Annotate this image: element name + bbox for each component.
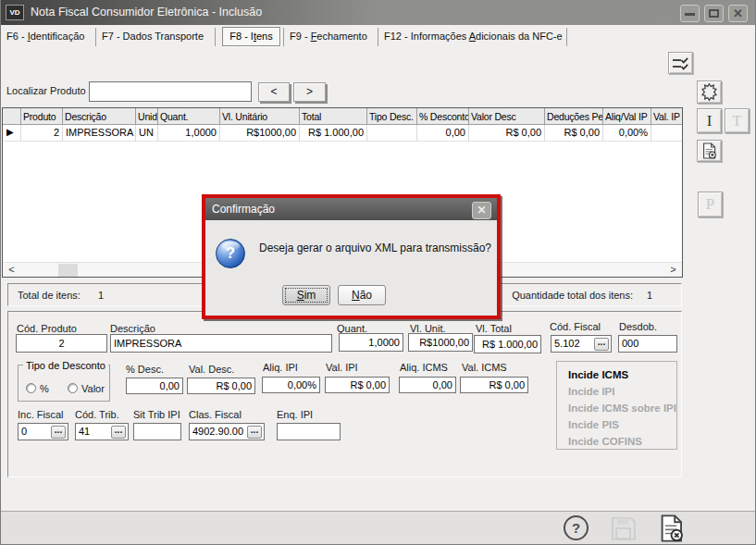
val-desc-label: Val. Desc. [189,364,234,375]
radio-percent-label: % [40,383,49,394]
grid-column-header: Unid [136,108,158,125]
grid-column-header: Descrição [63,108,136,125]
tab-separator [378,28,378,46]
prev-button[interactable]: < [258,82,290,102]
total-items-label: Total de itens: [18,290,81,301]
desdob-field[interactable]: 000 [618,335,677,353]
aliq-ipi-field[interactable]: 0,00% [262,377,320,393]
close-button[interactable]: ✕ [728,5,748,22]
inc-fiscal-value: 0 [21,426,27,437]
val-icms-field[interactable]: R$ 0,00 [460,377,528,393]
document-x-icon [702,142,717,159]
val-desc-field[interactable]: R$ 0,00 [187,378,255,394]
inc-fiscal-field[interactable]: 0 ... [18,423,68,440]
grid-cell[interactable]: UN [136,125,158,142]
scroll-left-icon[interactable]: < [4,263,19,277]
scroll-right-icon[interactable]: > [665,263,681,277]
no-button[interactable]: Não [338,285,386,305]
vl-total-field[interactable]: R$ 1.000,00 [474,335,541,353]
clas-fiscal-field[interactable]: 4902.90.00 ... [189,423,265,440]
cod-fiscal-lookup-button[interactable]: ... [594,338,609,351]
t-icon: T [732,112,741,130]
tab-identificacao[interactable]: F6 - Identificação [6,31,84,42]
tab-separator [566,28,567,46]
quant-field[interactable]: 1,0000 [339,333,403,352]
grid-column-header: Total [300,108,367,125]
checklist-button[interactable] [668,52,693,74]
tab-fechamento[interactable]: F9 - Fechamento [290,31,367,42]
cod-trib-lookup-button[interactable]: ... [111,426,126,439]
checklist-icon [672,56,689,70]
i-button[interactable]: I [697,108,722,133]
sit-trib-ipi-field[interactable] [133,423,181,440]
inc-fiscal-lookup-button[interactable]: ... [51,426,66,439]
help-button[interactable]: ? [564,515,589,540]
grid-cell[interactable]: R$ 1.000,00 [300,125,367,142]
burst-button[interactable] [697,81,722,104]
next-button[interactable]: > [293,82,326,102]
cancel-document-button[interactable] [659,514,686,545]
enq-ipi-label: Enq. IPI [277,409,313,420]
vl-unit-field[interactable]: R$1000,00 [408,333,473,352]
tab-informacoes-adicionais[interactable]: F12 - Informações Adicionais da NFC-e [384,31,563,42]
bottom-toolbar [0,511,756,545]
grid-cell[interactable]: 2 [21,125,63,142]
app-icon: VD [6,5,24,20]
val-ipi-field[interactable]: R$ 0,00 [325,377,390,393]
cod-fiscal-label: Cód. Fiscal [550,321,601,332]
tab-separator [95,28,96,46]
grid-cell[interactable]: 1,0000 [158,125,220,142]
tab-itens[interactable]: F8 - Itens [222,27,280,46]
cod-fiscal-field[interactable]: 5.102 ... [551,335,612,353]
radio-percent[interactable] [26,383,36,393]
enq-ipi-field[interactable] [277,423,341,440]
p-button-disabled: P [698,192,723,217]
search-input[interactable] [89,81,252,102]
window-title: Nota Fiscal Consumidor Eletrônica - Incl… [31,0,262,25]
total-quantity-value: 1 [647,290,652,301]
cod-produto-label: Cód. Produto [17,323,77,334]
burst-icon [700,82,719,102]
grid-cell[interactable]: R$ 0,00 [469,125,545,142]
radio-valor[interactable] [68,383,78,393]
perc-desc-field[interactable]: 0,00 [126,378,183,394]
cod-produto-field[interactable]: 2 [16,334,107,353]
maximize-button[interactable] [704,5,724,22]
yes-button[interactable]: Sim [282,285,330,305]
tab-dados-transporte[interactable]: F7 - Dados Transporte [102,31,204,42]
aliq-icms-field[interactable]: 0,00 [399,377,456,393]
grid-column-header: Produto [21,108,63,125]
dialog-title-bar: Confirmação [205,198,497,220]
cod-trib-label: Cód. Trib. [75,409,119,420]
grid-cell[interactable]: 0,00% [603,125,651,142]
vl-total-label: Vl. Total [476,323,512,334]
cod-trib-field[interactable]: 41 ... [75,423,129,440]
grid-column-header: % Desconto [417,108,469,125]
delete-document-button[interactable] [697,140,722,162]
grid-column-header: Valor Desc [469,108,545,125]
grid-row-indicator[interactable]: ▶ [3,125,21,142]
dialog-close-button[interactable]: ✕ [472,202,491,219]
grid-cell[interactable] [367,125,417,142]
grid-cell[interactable]: R$1000,00 [220,125,300,142]
tipo-desconto-label: Tipo de Desconto [23,360,108,371]
grid-cell[interactable]: R$ 0,00 [545,125,603,142]
maximize-icon [709,9,719,18]
confirmation-dialog: Confirmação ✕ ? Deseja gerar o arquivo X… [202,194,501,319]
scroll-thumb[interactable] [58,264,78,277]
grid-cell[interactable]: 0,00 [417,125,469,142]
grid-cell[interactable] [651,125,683,142]
desdob-label: Desdob. [619,321,657,332]
grid-cell[interactable]: IMPRESSORA [63,125,136,142]
clas-fiscal-value: 4902.90.00 [192,426,243,437]
item-detail-panel: Cód. Produto 2 Descrição IMPRESSORA Quan… [7,311,682,477]
p-icon: P [706,195,714,214]
tax-incidence-item: Incide IPI [557,383,676,400]
clas-fiscal-lookup-button[interactable]: ... [247,426,262,439]
dialog-close-icon: ✕ [477,204,486,217]
minimize-button[interactable] [680,5,700,22]
grid-column-header: Quant. [158,108,220,125]
tab-separator [283,28,284,46]
cod-trib-value: 41 [79,426,90,437]
descricao-field[interactable]: IMPRESSORA [110,334,332,353]
